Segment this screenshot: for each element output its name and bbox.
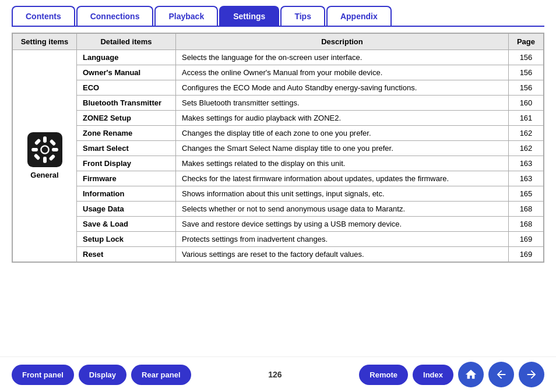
table-row: Smart SelectChanges the Smart Select Nam… <box>13 141 544 156</box>
page-cell: 168 <box>509 217 544 232</box>
table-row: Zone RenameChanges the display title of … <box>13 126 544 141</box>
back-arrow-icon <box>495 368 508 381</box>
table-row: Setup LockProtects settings from inadver… <box>13 232 544 247</box>
detail-item: Firmware <box>77 171 176 186</box>
header-detailed-items: Detailed items <box>77 34 176 50</box>
table-row: Save & LoadSave and restore device setti… <box>13 217 544 232</box>
page-cell: 160 <box>509 96 544 111</box>
tab-connections[interactable]: Connections <box>76 6 154 26</box>
description-cell: Shows information about this unit settin… <box>176 186 509 202</box>
table-row: InformationShows information about this … <box>13 186 544 202</box>
settings-table: Setting items Detailed items Description… <box>12 33 544 262</box>
description-cell: Makes settings for audio playback with Z… <box>176 111 509 126</box>
page-cell: 163 <box>509 156 544 171</box>
description-cell: Changes the Smart Select Name display ti… <box>176 141 509 156</box>
svg-point-10 <box>41 147 48 153</box>
tab-tips[interactable]: Tips <box>280 6 325 26</box>
description-cell: Protects settings from inadvertent chang… <box>176 232 509 247</box>
settings-table-container: Setting items Detailed items Description… <box>12 33 544 263</box>
page-cell: 161 <box>509 111 544 126</box>
detail-item: Owner's Manual <box>77 65 176 80</box>
page-cell: 156 <box>509 80 544 96</box>
home-icon <box>464 368 477 381</box>
home-button[interactable] <box>458 362 484 387</box>
page-cell: 169 <box>509 232 544 247</box>
svg-rect-3 <box>43 157 47 163</box>
detail-item: Language <box>77 50 176 65</box>
header-page: Page <box>509 34 544 50</box>
header-setting-items: Setting items <box>13 34 77 50</box>
table-row: ResetVarious settings are reset to the f… <box>13 247 544 262</box>
svg-rect-4 <box>31 148 38 151</box>
page-number: 126 <box>268 370 281 379</box>
description-cell: Sets Bluetooth transmitter settings. <box>176 96 509 111</box>
general-label: General <box>19 171 71 179</box>
detail-item: ECO <box>77 80 176 96</box>
table-row: Owner's ManualAccess the online Owner's … <box>13 65 544 80</box>
description-cell: Save and restore device settings by usin… <box>176 217 509 232</box>
page-cell: 169 <box>509 247 544 262</box>
index-button[interactable]: Index <box>413 365 453 385</box>
description-cell: Various settings are reset to the factor… <box>176 247 509 262</box>
bottom-nav-left: Front panel Display Rear panel <box>12 365 191 385</box>
description-cell: Makes settings related to the display on… <box>176 156 509 171</box>
table-row: Bluetooth TransmitterSets Bluetooth tran… <box>13 96 544 111</box>
rear-panel-button[interactable]: Rear panel <box>131 365 191 385</box>
detail-item: ZONE2 Setup <box>77 111 176 126</box>
detail-item: Zone Rename <box>77 126 176 141</box>
bottom-nav-right: Remote Index <box>359 362 544 387</box>
remote-button[interactable]: Remote <box>359 365 408 385</box>
page-cell: 162 <box>509 126 544 141</box>
table-row: FirmwareChecks for the latest firmware i… <box>13 171 544 186</box>
description-cell: Selects whether or not to send anonymous… <box>176 202 509 217</box>
description-cell: Changes the display title of each zone t… <box>176 126 509 141</box>
back-button[interactable] <box>488 362 514 387</box>
detail-item: Usage Data <box>77 202 176 217</box>
bottom-navigation: Front panel Display Rear panel 126 Remot… <box>0 356 556 392</box>
detail-item: Save & Load <box>77 217 176 232</box>
description-cell: Configures the ECO Mode and Auto Standby… <box>176 80 509 96</box>
forward-button[interactable] <box>519 362 544 387</box>
table-row: Usage DataSelects whether or not to send… <box>13 202 544 217</box>
svg-rect-5 <box>52 148 58 151</box>
tab-navigation: ContentsConnectionsPlaybackSettingsTipsA… <box>0 0 556 26</box>
detail-item: Setup Lock <box>77 232 176 247</box>
table-row: Front DisplayMakes settings related to t… <box>13 156 544 171</box>
page-cell: 168 <box>509 202 544 217</box>
header-description: Description <box>176 34 509 50</box>
detail-item: Information <box>77 186 176 202</box>
page-cell: 156 <box>509 65 544 80</box>
page-cell: 162 <box>509 141 544 156</box>
display-button[interactable]: Display <box>79 365 126 385</box>
table-row: ZONE2 SetupMakes settings for audio play… <box>13 111 544 126</box>
description-cell: Selects the language for the on-screen u… <box>176 50 509 65</box>
table-row: ECOConfigures the ECO Mode and Auto Stan… <box>13 80 544 96</box>
detail-item: Bluetooth Transmitter <box>77 96 176 111</box>
general-setting-cell: General <box>13 50 77 262</box>
gear-icon <box>27 132 62 167</box>
table-row: General LanguageSelects the language for… <box>13 50 544 65</box>
forward-arrow-icon <box>525 368 538 381</box>
detail-item: Smart Select <box>77 141 176 156</box>
description-cell: Checks for the latest firmware informati… <box>176 171 509 186</box>
tab-playback[interactable]: Playback <box>154 6 218 26</box>
page-cell: 165 <box>509 186 544 202</box>
tab-contents[interactable]: Contents <box>12 6 75 26</box>
detail-item: Front Display <box>77 156 176 171</box>
page-cell: 163 <box>509 171 544 186</box>
front-panel-button[interactable]: Front panel <box>12 365 74 385</box>
svg-rect-2 <box>43 136 47 143</box>
detail-item: Reset <box>77 247 176 262</box>
description-cell: Access the online Owner's Manual from yo… <box>176 65 509 80</box>
page-cell: 156 <box>509 50 544 65</box>
tab-appendix[interactable]: Appendix <box>326 6 392 26</box>
tab-settings[interactable]: Settings <box>219 6 279 26</box>
tab-underline <box>12 26 544 27</box>
